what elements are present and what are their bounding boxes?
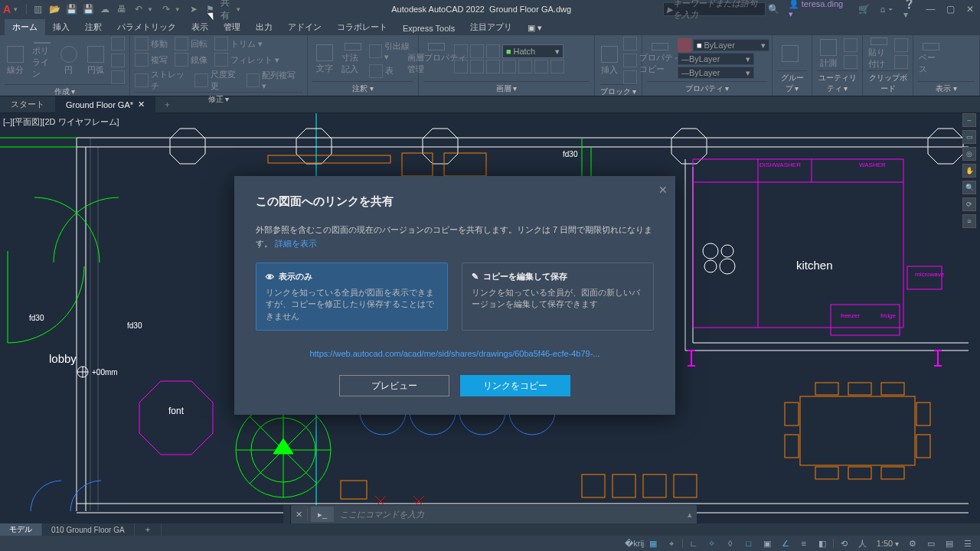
preview-button[interactable]: プレビュー bbox=[339, 375, 449, 396]
file-tab-start[interactable]: スタート bbox=[0, 96, 55, 113]
draw-line-button[interactable]: 線分 bbox=[5, 44, 27, 77]
qat-open-icon[interactable]: 📂 bbox=[49, 3, 61, 15]
nav-zoom-icon[interactable]: 🔍 bbox=[962, 181, 976, 194]
ribbon-tab-featured[interactable]: 注目アプリ bbox=[462, 19, 520, 35]
qat-plot-icon[interactable]: 🖶 bbox=[116, 3, 128, 15]
nav-bar[interactable]: – ▭ ◎ ✋ 🔍 ⟳ ≡ bbox=[962, 113, 977, 523]
file-tab-drawing[interactable]: Ground Floor GA*✕ bbox=[55, 96, 155, 113]
dialog-learn-more-link[interactable]: 詳細を表示 bbox=[275, 239, 317, 248]
ribbon-tab-collab[interactable]: コラボレート bbox=[329, 19, 395, 35]
status-lwt-icon[interactable]: ≡ bbox=[796, 537, 812, 549]
matchprop-button[interactable]: プロパティ コピー bbox=[647, 42, 673, 76]
panel-props-label[interactable]: プロパティ ▾ bbox=[647, 81, 767, 96]
status-annoscale-icon[interactable]: 人 bbox=[855, 537, 871, 549]
base-button[interactable]: ベース bbox=[918, 42, 944, 76]
linetype-dropdown[interactable]: — ByLayer▾ bbox=[678, 67, 754, 79]
dialog-close-button[interactable]: ✕ bbox=[658, 184, 668, 196]
ribbon-tab-express[interactable]: Express Tools bbox=[395, 21, 462, 35]
paste-button[interactable]: 貼り付け bbox=[867, 37, 890, 70]
status-cycling-icon[interactable]: ⟲ bbox=[837, 537, 852, 549]
dim-button[interactable]: 寸法記入 bbox=[341, 42, 364, 76]
nav-max-icon[interactable]: ▭ bbox=[962, 130, 976, 144]
ribbon-tab-more[interactable]: ▣ ▾ bbox=[520, 21, 550, 35]
ribbon-tab-annotate[interactable]: 注釈 bbox=[77, 19, 109, 35]
app-logo[interactable]: A bbox=[3, 3, 11, 15]
help-icon[interactable]: ❔ ▾ bbox=[903, 3, 916, 15]
nav-orbit-icon[interactable]: ⟳ bbox=[962, 197, 976, 211]
layer-dropdown[interactable]: ■ Hatch▾ bbox=[502, 44, 564, 58]
panel-annot-label[interactable]: 注釈 ▾ bbox=[312, 81, 413, 96]
status-ortho-icon[interactable]: ∟ bbox=[686, 537, 701, 549]
status-transparency-icon[interactable]: ◧ bbox=[815, 537, 830, 549]
close-tab-icon[interactable]: ✕ bbox=[138, 99, 145, 109]
panel-util-label[interactable]: ユーティリティ ▾ bbox=[817, 70, 858, 96]
nav-more-icon[interactable]: ≡ bbox=[962, 214, 976, 228]
search-input[interactable]: ▶ キーワードまたは語句を入力 bbox=[663, 2, 766, 16]
share-url-text[interactable]: https://web.autocad.com/acad/me/sid/shar… bbox=[256, 349, 654, 358]
qat-share-icon[interactable]: 共有 bbox=[220, 3, 233, 15]
panel-block-label[interactable]: ブロック ▾ bbox=[599, 84, 637, 99]
panel-group-label[interactable]: グループ ▾ bbox=[777, 70, 807, 96]
qat-overflow[interactable]: ▼ bbox=[235, 6, 241, 13]
qat-redo-icon[interactable]: ↷ bbox=[160, 3, 172, 15]
cmd-prompt-icon[interactable]: ▸_ bbox=[311, 507, 334, 522]
search-icon[interactable]: 🔍 bbox=[768, 3, 780, 15]
text-button[interactable]: 文字 bbox=[312, 42, 336, 76]
status-clean-icon[interactable]: ▤ bbox=[942, 537, 957, 549]
qat-new-icon[interactable]: ▥ bbox=[32, 3, 44, 15]
lineweight-dropdown[interactable]: — ByLayer▾ bbox=[678, 53, 754, 65]
status-scale-dropdown[interactable]: 1:50 ▾ bbox=[874, 539, 902, 548]
status-3dosnap-icon[interactable]: ▣ bbox=[760, 537, 775, 549]
group-button[interactable] bbox=[777, 37, 803, 70]
status-snap-icon[interactable]: ⌖ bbox=[664, 537, 679, 549]
ribbon-tab-addins[interactable]: アドイン bbox=[280, 19, 329, 35]
status-polar-icon[interactable]: ✧ bbox=[704, 537, 720, 549]
cmd-history-dropdown[interactable]: ▴ bbox=[683, 510, 697, 520]
share-option-edit-copy[interactable]: ✎コピーを編集して保存 リンクを知っている全員が、図面の新しいバージョンを編集し… bbox=[462, 262, 654, 331]
ribbon-tab-insert[interactable]: 挿入 bbox=[45, 19, 77, 35]
draw-arc-button[interactable]: 円弧 bbox=[84, 44, 106, 77]
qat-saveas-icon[interactable]: 💾 bbox=[83, 3, 95, 15]
nav-min-icon[interactable]: – bbox=[962, 113, 976, 127]
panel-clip-label[interactable]: クリップボード bbox=[867, 70, 908, 96]
cart-icon[interactable]: 🛒 bbox=[858, 3, 870, 15]
layerprops-button[interactable]: 画層プロパティ 管理 bbox=[423, 42, 449, 76]
status-modelspace[interactable]: �krij bbox=[627, 537, 642, 549]
cmd-input[interactable]: ここにコマンドを入力 bbox=[337, 509, 683, 520]
window-close[interactable]: ✕ bbox=[963, 4, 977, 15]
ribbon-tab-view[interactable]: 表示 bbox=[184, 19, 216, 35]
layout-tab-add[interactable]: ＋ bbox=[135, 523, 162, 536]
nav-pan-icon[interactable]: ✋ bbox=[962, 164, 976, 178]
panel-layer-label[interactable]: 画層 ▾ bbox=[423, 81, 590, 96]
draw-circle-button[interactable]: 円 bbox=[58, 44, 80, 77]
status-switch-icon[interactable]: ▭ bbox=[923, 537, 939, 549]
cmd-close-icon[interactable]: ✕ bbox=[291, 510, 307, 520]
ribbon-tab-output[interactable]: 出力 bbox=[248, 19, 280, 35]
layout-tab-model[interactable]: モデル bbox=[0, 523, 42, 536]
status-otrack-icon[interactable]: ∠ bbox=[778, 537, 793, 549]
ribbon-tab-home[interactable]: ホーム bbox=[5, 19, 45, 35]
measure-button[interactable]: 計測 bbox=[817, 37, 839, 70]
status-grid-icon[interactable]: ▦ bbox=[645, 537, 661, 549]
app-menu-dropdown[interactable]: ▼ bbox=[12, 6, 18, 13]
window-minimize[interactable]: — bbox=[924, 4, 938, 15]
file-tab-new[interactable]: ＋ bbox=[155, 99, 179, 110]
ribbon-tab-parametric[interactable]: パラメトリック bbox=[109, 19, 184, 35]
qat-save-icon[interactable]: 💾 bbox=[66, 3, 78, 15]
command-line[interactable]: ✕ ▸_ ここにコマンドを入力 ▴ bbox=[283, 505, 697, 523]
status-iso-icon[interactable]: ◊ bbox=[723, 537, 738, 549]
user-menu[interactable]: 👤 teresa.ding ▾ bbox=[789, 0, 850, 19]
autodesk-icon[interactable]: ⩍ ▾ bbox=[880, 3, 893, 15]
qat-web-icon[interactable]: ☁ bbox=[99, 3, 111, 15]
qat-undo-icon[interactable]: ↶ bbox=[132, 3, 145, 15]
status-osnap-icon[interactable]: □ bbox=[741, 537, 756, 549]
panel-view-label[interactable]: 表示 ▾ bbox=[918, 81, 975, 96]
copy-link-button[interactable]: リンクをコピー bbox=[460, 375, 570, 396]
qat-arrow-icon[interactable]: ➤ bbox=[188, 3, 200, 15]
share-option-view-only[interactable]: 👁表示のみ リンクを知っている全員が図面を表示できますが、コピーを修正したり保存… bbox=[256, 262, 448, 331]
draw-polyline-button[interactable]: ポリライン bbox=[31, 44, 54, 77]
cmd-drag-handle[interactable] bbox=[283, 505, 291, 523]
status-custom-icon[interactable]: ☰ bbox=[960, 537, 975, 549]
window-maximize[interactable]: ▢ bbox=[943, 4, 957, 15]
status-gear-icon[interactable]: ⚙ bbox=[905, 537, 920, 549]
